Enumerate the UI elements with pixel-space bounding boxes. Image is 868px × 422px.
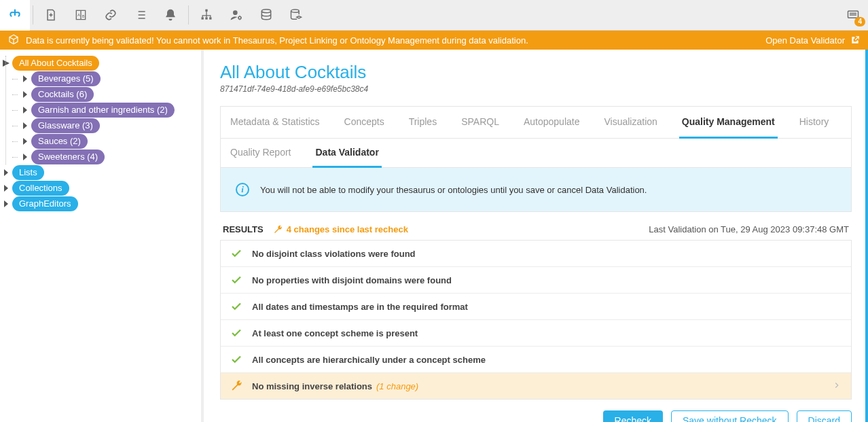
validation-banner: Data is currently being validated! You c…	[0, 31, 868, 50]
changes-link[interactable]: 4 changes since last recheck	[273, 224, 408, 234]
result-message: At least one concept scheme is present	[252, 328, 418, 338]
tree-node[interactable]: Collections	[12, 181, 69, 196]
result-message: No properties with disjoint domains were…	[252, 275, 452, 285]
wrench-icon	[230, 380, 242, 392]
check-icon	[230, 247, 242, 260]
save-without-recheck-button[interactable]: Save without Recheck	[671, 410, 789, 422]
tab-visualization[interactable]: Visualization	[601, 107, 659, 138]
svg-marker-17	[23, 154, 27, 160]
svg-point-6	[233, 10, 238, 15]
svg-rect-3	[202, 17, 204, 19]
detail-panel: Metadata & StatisticsConceptsTriplesSPAR…	[220, 106, 852, 212]
tab-autopopulate[interactable]: Autopopulate	[521, 107, 583, 138]
svg-rect-2	[205, 10, 207, 12]
user-gear-icon[interactable]	[221, 0, 251, 31]
cube-icon	[8, 34, 19, 47]
tree-root-node[interactable]: All About Cocktails	[12, 56, 99, 71]
validator-actions: Recheck Save without Recheck Discard	[220, 400, 852, 422]
subtab-data-validator[interactable]: Data Validator	[312, 139, 381, 168]
server-icon[interactable]	[281, 0, 311, 31]
secondary-tabs: Quality ReportData Validator	[221, 139, 851, 168]
result-message: All dates and timestamps are in the requ…	[252, 302, 468, 312]
tree-node[interactable]: Cocktails (6)	[31, 87, 94, 102]
tree-toggle[interactable]	[20, 74, 30, 84]
svg-marker-14	[23, 107, 27, 113]
tree-node[interactable]: GraphEditors	[12, 196, 78, 211]
svg-rect-5	[209, 17, 211, 19]
ab-doc-icon[interactable]: AB	[66, 0, 96, 31]
result-row: No properties with disjoint domains were…	[221, 267, 851, 294]
list-icon[interactable]	[126, 0, 156, 31]
expand-row[interactable]	[832, 381, 842, 392]
tree-toggle[interactable]	[20, 105, 30, 115]
primary-tabs: Metadata & StatisticsConceptsTriplesSPAR…	[221, 107, 851, 139]
tree-node[interactable]: Glassware (3)	[31, 118, 100, 133]
hierarchy-icon[interactable]	[192, 0, 221, 31]
info-callout: i You will not be able to modify your th…	[221, 168, 851, 211]
result-message: No disjoint class violations were found	[252, 249, 416, 259]
tree-node[interactable]: Sauces (2)	[31, 134, 88, 149]
main-content: All About Cocktails 871471df-74e9-418d-a…	[204, 50, 868, 422]
banner-message: Data is currently being validated! You c…	[26, 35, 528, 46]
tree-toggle[interactable]	[1, 183, 11, 193]
tree-toggle[interactable]	[1, 168, 11, 177]
tab-history[interactable]: History	[797, 107, 832, 138]
tab-sparql[interactable]: SPARQL	[458, 107, 502, 138]
svg-text:B: B	[82, 14, 85, 18]
svg-marker-11	[3, 60, 10, 67]
database-icon[interactable]	[251, 0, 281, 31]
check-icon	[230, 327, 242, 339]
top-toolbar: AB 4	[0, 0, 868, 31]
tab-triples[interactable]: Triples	[406, 107, 440, 138]
changes-label: 4 changes since last recheck	[287, 224, 408, 234]
tree-toggle[interactable]	[20, 90, 30, 99]
svg-marker-20	[4, 200, 8, 207]
bell-icon[interactable]	[156, 0, 185, 31]
notification-badge: 4	[854, 17, 865, 27]
info-message: You will not be able to modify your thes…	[260, 185, 647, 195]
svg-marker-12	[23, 75, 27, 82]
logo-icon[interactable]	[0, 0, 30, 31]
check-icon	[230, 353, 242, 366]
last-validation-timestamp: Last Validation on Tue, 29 Aug 2023 09:3…	[649, 224, 849, 234]
tree-toggle[interactable]	[1, 199, 11, 209]
result-message: No missing inverse relations(1 change)	[252, 381, 418, 391]
result-row: All dates and timestamps are in the requ…	[221, 294, 851, 320]
banner-link-label: Open Data Validator	[765, 35, 845, 46]
external-link-icon	[850, 35, 860, 45]
svg-text:A: A	[77, 13, 80, 17]
tree-node[interactable]: Garnish and other ingredients (2)	[31, 103, 175, 118]
tree-node[interactable]: Lists	[12, 165, 44, 180]
tree-toggle[interactable]	[20, 121, 30, 130]
tab-concepts[interactable]: Concepts	[342, 107, 387, 138]
result-change-count: (1 change)	[376, 381, 418, 391]
info-icon: i	[236, 183, 249, 196]
tree-node[interactable]: Sweeteners (4)	[31, 150, 105, 164]
tree-toggle[interactable]	[20, 137, 30, 146]
recheck-button[interactable]: Recheck	[603, 410, 663, 422]
check-icon	[230, 274, 242, 286]
results-heading: RESULTS	[223, 224, 264, 234]
chevron-right-icon	[832, 381, 842, 390]
tab-metadata-statistics[interactable]: Metadata & Statistics	[228, 107, 323, 138]
page-title: All About Cocktails	[220, 62, 852, 83]
tree-toggle[interactable]	[1, 58, 11, 68]
discard-button[interactable]: Discard	[797, 410, 852, 422]
svg-marker-16	[23, 138, 27, 145]
tree-toggle[interactable]	[20, 152, 30, 162]
subtab-quality-report[interactable]: Quality Report	[228, 139, 293, 167]
svg-point-9	[291, 10, 300, 12]
result-row: No disjoint class violations were found	[221, 241, 851, 267]
result-message: All concepts are hierarchically under a …	[252, 355, 486, 365]
new-doc-icon[interactable]	[36, 0, 66, 31]
messages-icon[interactable]: 4	[838, 0, 868, 31]
tree-node[interactable]: Beverages (5)	[31, 71, 101, 86]
link-icon[interactable]	[96, 0, 126, 31]
wrench-icon	[273, 225, 283, 234]
validation-results: No disjoint class violations were foundN…	[220, 240, 852, 400]
svg-marker-13	[23, 91, 27, 98]
result-row[interactable]: No missing inverse relations(1 change)	[221, 373, 851, 399]
tab-quality-management[interactable]: Quality Management	[679, 107, 778, 139]
svg-rect-4	[205, 17, 207, 19]
open-validator-link[interactable]: Open Data Validator	[765, 35, 860, 46]
